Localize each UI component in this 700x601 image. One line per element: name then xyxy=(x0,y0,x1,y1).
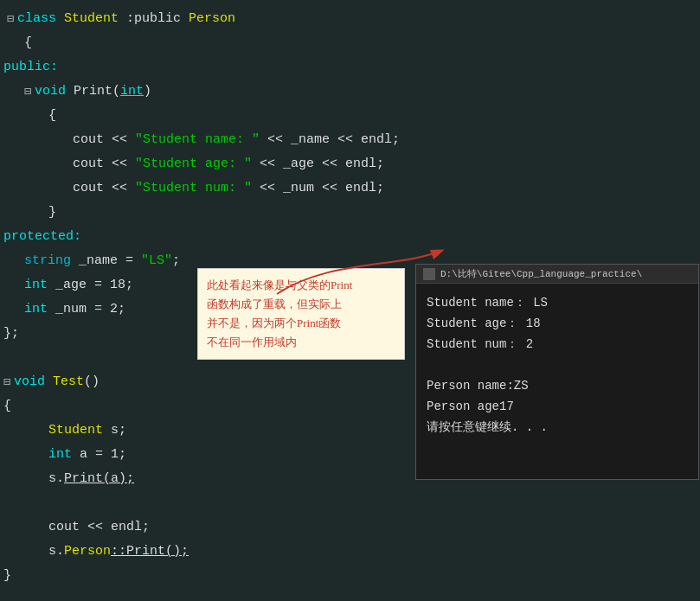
paren-close: ) xyxy=(144,80,151,104)
param-int: int xyxy=(120,80,144,104)
scope-person: Person xyxy=(64,540,111,564)
kw-void: void xyxy=(35,80,74,104)
code-line-22: cout << endl; xyxy=(0,515,700,540)
kw-int-num: int xyxy=(24,297,55,322)
brace-open: { xyxy=(24,31,32,55)
semicolon1: ; xyxy=(172,249,180,273)
fold-icon-4[interactable]: ⊟ xyxy=(21,80,35,104)
terminal-line-2: Student age： 18 xyxy=(427,313,688,334)
var-age-decl: _age = 18; xyxy=(55,273,133,297)
kw-int-a: int xyxy=(48,443,80,467)
fn-print-call: Print(a); xyxy=(64,467,134,491)
code-line-9: } xyxy=(0,201,700,225)
code-line-8: cout << "Student num: " << _num << endl; xyxy=(0,176,700,201)
parent-class: Person xyxy=(189,7,235,31)
fold-icon-16[interactable]: ⊟ xyxy=(0,370,14,394)
test-parens: () xyxy=(84,370,100,394)
fn-print: Print xyxy=(74,80,112,104)
var-name-decl: _name = xyxy=(79,249,141,273)
terminal-line-5: Person name:ZS xyxy=(427,375,688,396)
kw-int-age: int xyxy=(24,273,55,297)
colon-public: :public xyxy=(126,7,189,31)
code-line-6: cout << "Student name: " << _name << end… xyxy=(0,128,700,152)
str-age: "Student age: " xyxy=(135,152,252,176)
kw-string: string xyxy=(24,249,79,273)
scope-call: s. xyxy=(48,540,64,564)
code-line-23: s. Person ::Print(); xyxy=(0,540,700,564)
code-line-3: public: xyxy=(0,55,700,80)
class-close: }; xyxy=(3,322,19,346)
terminal-titlebar: D:\比特\Gitee\Cpp_language_practice\ xyxy=(416,265,698,284)
kw-void-test: void xyxy=(14,370,53,394)
str-ls: "LS" xyxy=(141,249,172,273)
terminal-line-7: 请按任意键继续. . . xyxy=(427,417,688,438)
terminal-line-6: Person age17 xyxy=(427,396,688,417)
brace-test-close: } xyxy=(3,564,11,588)
terminal-line-1: Student name： LS xyxy=(427,292,688,313)
cout-endl: cout << endl; xyxy=(48,515,150,540)
call-print: s. xyxy=(48,467,64,491)
str-name: "Student name: " xyxy=(135,128,260,152)
access-public: public: xyxy=(3,55,58,80)
brace-close-1: } xyxy=(48,201,56,225)
code-line-4: ⊟ void Print ( int ) xyxy=(0,80,700,104)
var-num-decl: _num = 2; xyxy=(55,297,125,322)
terminal-icon xyxy=(423,268,435,280)
scope-print: ::Print(); xyxy=(111,540,189,564)
var-name: << _name << endl; xyxy=(260,128,400,152)
code-line-1: ⊟ class Student :public Person xyxy=(0,7,700,31)
var-s: s; xyxy=(111,419,126,443)
cout2: cout << xyxy=(73,152,135,176)
code-line-21 xyxy=(0,491,700,515)
brace-open-2: { xyxy=(48,104,56,128)
fold-icon-1[interactable]: ⊟ xyxy=(3,7,17,31)
terminal-window: D:\比特\Gitee\Cpp_language_practice\ Stude… xyxy=(415,264,699,480)
cout1: cout << xyxy=(73,128,135,152)
var-age: << _age << endl; xyxy=(252,152,384,176)
code-line-5: { xyxy=(0,104,700,128)
fn-test: Test xyxy=(53,370,84,394)
paren-open: ( xyxy=(112,80,120,104)
var-a-decl: a = 1; xyxy=(80,443,126,467)
keyword-class: class xyxy=(17,7,64,31)
str-num: "Student num: " xyxy=(135,176,252,201)
code-line-24: } xyxy=(0,564,700,588)
tooltip-annotation: 此处看起来像是与父类的Print函数构成了重载，但实际上并不是，因为两个Prin… xyxy=(197,268,405,360)
terminal-body: Student name： LS Student age： 18 Student… xyxy=(416,284,698,446)
class-name: Student xyxy=(64,7,126,31)
brace-test-open: { xyxy=(3,394,11,419)
type-student: Student xyxy=(48,419,111,443)
access-protected: protected: xyxy=(3,225,81,249)
code-line-7: cout << "Student age: " << _age << endl; xyxy=(0,152,700,176)
code-line-2: { xyxy=(0,31,700,55)
tooltip-text: 此处看起来像是与父类的Print函数构成了重载，但实际上并不是，因为两个Prin… xyxy=(207,278,352,348)
terminal-line-blank xyxy=(427,355,688,375)
var-num: << _num << endl; xyxy=(252,176,384,201)
cout3: cout << xyxy=(73,176,135,201)
terminal-title: D:\比特\Gitee\Cpp_language_practice\ xyxy=(440,267,642,280)
terminal-line-3: Student num： 2 xyxy=(427,334,688,355)
code-line-10: protected: xyxy=(0,225,700,249)
